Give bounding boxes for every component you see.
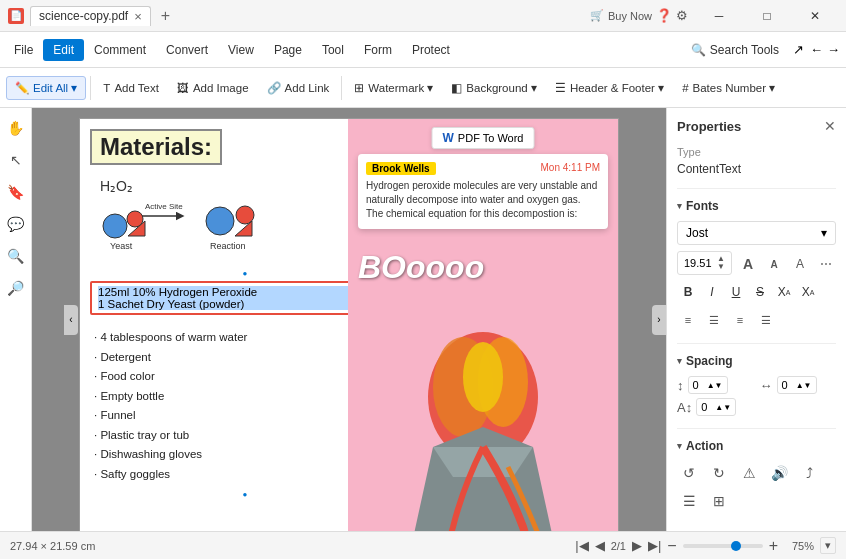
font-color-icon[interactable]: A [790, 254, 810, 274]
strikethrough-btn[interactable]: S [749, 281, 771, 303]
spacing-section: ▾ Spacing ↕ 0 ▲▼ ↔ 0 ▲▼ [677, 354, 836, 416]
panel-close-btn[interactable]: ✕ [824, 118, 836, 134]
font-size-large-icon[interactable]: A [738, 254, 758, 274]
add-image-btn[interactable]: 🖼 Add Image [169, 78, 257, 98]
menu-comment[interactable]: Comment [84, 39, 156, 61]
resize-handle-bottom[interactable]: ● [243, 490, 248, 499]
bates-icon: # [682, 82, 688, 94]
zoom-handle[interactable] [731, 541, 741, 551]
external-link-icon[interactable]: ↗ [793, 42, 804, 57]
close-btn[interactable]: ✕ [792, 0, 838, 32]
resize-handle-top[interactable]: ● [243, 269, 248, 278]
plus-zoom-btn[interactable]: + [769, 537, 778, 555]
minimize-btn[interactable]: ─ [696, 0, 742, 32]
edit-all-btn[interactable]: ✏️ Edit All ▾ [6, 76, 86, 100]
font-size-input[interactable]: 19.51 ▲ ▼ [677, 251, 732, 275]
action-refresh-icon[interactable]: ↺ [677, 461, 701, 485]
action-speaker-icon[interactable]: 🔊 [767, 461, 791, 485]
image-icon: 🖼 [177, 82, 189, 94]
divider-1 [677, 188, 836, 189]
menu-protect[interactable]: Protect [402, 39, 460, 61]
zoom-dropdown-btn[interactable]: ▾ [820, 537, 836, 554]
font-dropdown[interactable]: Jost ▾ [677, 221, 836, 245]
svg-point-14 [463, 342, 503, 412]
sidebar-comment-icon[interactable]: 💬 [4, 212, 28, 236]
para-spacing-input[interactable]: 0 ▲▼ [696, 398, 736, 416]
pdf-right-area: W PDF To Word Brook Wells Mon 4:11 PM Hy… [348, 119, 618, 531]
left-panel-toggle[interactable]: ‹ [64, 305, 78, 335]
sidebar-hand-icon[interactable]: ✋ [4, 116, 28, 140]
action-warning-icon[interactable]: ⚠ [737, 461, 761, 485]
right-panel-toggle[interactable]: › [652, 305, 666, 335]
spin-down-btn[interactable]: ▼ [717, 263, 725, 271]
pdf-to-word-btn[interactable]: W PDF To Word [432, 127, 535, 149]
font-size-small-icon[interactable]: A [764, 254, 784, 274]
file-tab[interactable]: science-copy.pdf × [30, 6, 151, 26]
help-icon[interactable]: ❓ [656, 8, 672, 23]
page-dimensions: 27.94 × 21.59 cm [10, 540, 95, 552]
dropdown-arrow-icon: ▾ [821, 226, 827, 240]
svg-marker-15 [398, 427, 568, 531]
align-left-btn[interactable]: ≡ [677, 309, 699, 331]
next-page-btn[interactable]: ▶ [632, 538, 642, 553]
char-spacing-spin[interactable]: ▲▼ [796, 381, 812, 390]
minus-zoom-btn[interactable]: − [667, 537, 676, 555]
zoom-slider[interactable] [683, 544, 763, 548]
align-justify-btn[interactable]: ☰ [755, 309, 777, 331]
new-tab-btn[interactable]: + [155, 7, 176, 25]
para-spacing-spin[interactable]: ▲▼ [715, 403, 731, 412]
sidebar-zoom-icon[interactable]: 🔎 [4, 276, 28, 300]
zoom-level: 75% [784, 540, 814, 552]
menu-edit[interactable]: Edit [43, 39, 84, 61]
menu-file[interactable]: File [4, 39, 43, 61]
close-tab-btn[interactable]: × [134, 9, 142, 24]
menu-form[interactable]: Form [354, 39, 402, 61]
menu-convert[interactable]: Convert [156, 39, 218, 61]
action-reset-icon[interactable]: ↻ [707, 461, 731, 485]
line-spacing-input[interactable]: 0 ▲▼ [688, 376, 728, 394]
action-grid-icon[interactable]: ⊞ [707, 489, 731, 513]
action-export-icon[interactable]: ⤴ [797, 461, 821, 485]
italic-btn[interactable]: I [701, 281, 723, 303]
search-tools-btn[interactable]: 🔍 Search Tools [681, 39, 789, 61]
sidebar-bookmark-icon[interactable]: 🔖 [4, 180, 28, 204]
maximize-btn[interactable]: □ [744, 0, 790, 32]
svg-text:Active Site: Active Site [145, 202, 183, 211]
subscript-btn[interactable]: XA [797, 281, 819, 303]
add-text-btn[interactable]: T Add Text [95, 78, 167, 98]
watermark-icon: ⊞ [354, 81, 364, 95]
action-arrow: ▾ [677, 441, 682, 451]
add-link-btn[interactable]: 🔗 Add Link [259, 77, 338, 99]
sidebar-select-icon[interactable]: ↖ [4, 148, 28, 172]
header-footer-btn[interactable]: ☰ Header & Footer ▾ [547, 77, 672, 99]
align-right-btn[interactable]: ≡ [729, 309, 751, 331]
first-page-btn[interactable]: |◀ [575, 538, 588, 553]
watermark-btn[interactable]: ⊞ Watermark ▾ [346, 77, 441, 99]
sidebar-search-icon[interactable]: 🔍 [4, 244, 28, 268]
settings-icon[interactable]: ⚙ [676, 8, 688, 23]
bold-btn[interactable]: B [677, 281, 699, 303]
nav-back-icon[interactable]: ← [810, 42, 823, 57]
comment-text: Hydrogen peroxide molecules are very uns… [366, 179, 600, 221]
underline-btn[interactable]: U [725, 281, 747, 303]
h2o2-diagram: H₂O₂ Active Site [90, 171, 290, 261]
align-center-btn[interactable]: ☰ [703, 309, 725, 331]
menu-page[interactable]: Page [264, 39, 312, 61]
nav-forward-icon[interactable]: → [827, 42, 840, 57]
last-page-btn[interactable]: ▶| [648, 538, 661, 553]
menu-view[interactable]: View [218, 39, 264, 61]
line-spacing-icon: ↕ [677, 378, 684, 393]
line-spacing-spin[interactable]: ▲▼ [707, 381, 723, 390]
page-info: 2/1 [611, 540, 626, 552]
prev-page-btn[interactable]: ◀ [595, 538, 605, 553]
buy-now-btn[interactable]: Buy Now [608, 10, 652, 22]
type-section: Type ContentText [677, 146, 836, 176]
font-more-icon[interactable]: ⋯ [816, 254, 836, 274]
bates-number-btn[interactable]: # Bates Number ▾ [674, 77, 783, 99]
action-menu-icon[interactable]: ☰ [677, 489, 701, 513]
superscript-btn[interactable]: XA [773, 281, 795, 303]
char-spacing-input[interactable]: 0 ▲▼ [777, 376, 817, 394]
background-btn[interactable]: ◧ Background ▾ [443, 77, 545, 99]
spacing-arrow: ▾ [677, 356, 682, 366]
menu-tool[interactable]: Tool [312, 39, 354, 61]
